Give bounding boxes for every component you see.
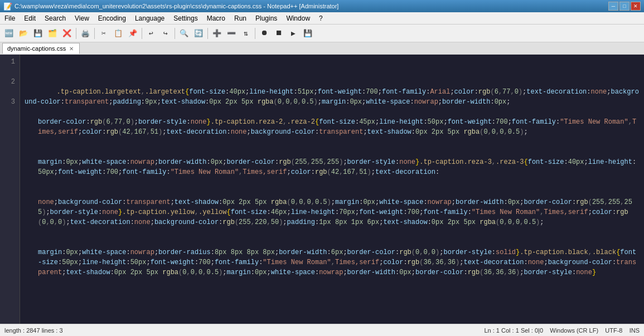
tab-close-button[interactable]: ✕ [68,46,75,52]
menu-plugins[interactable]: Plugins [251,12,282,24]
zoom-out-button[interactable]: ➖ [225,27,238,40]
print-button[interactable]: 🖨️ [79,27,92,40]
sep3 [142,28,142,39]
menu-search[interactable]: Search [40,12,70,24]
find-button[interactable]: 🔍 [177,27,191,40]
sep5 [207,28,208,39]
app-icon: 📝 [3,2,12,11]
menu-view[interactable]: View [70,12,94,24]
sync-scroll-button[interactable]: ⇅ [239,27,253,40]
title-bar: 📝 C:\wamp\www\reza\media\com_uniterevolu… [0,0,644,12]
close-button[interactable]: ✕ [631,2,641,11]
macro-play-button[interactable]: ▶ [287,27,300,40]
menu-encoding[interactable]: Encoding [94,12,130,24]
cut-button[interactable]: ✂️ [97,27,110,40]
replace-button[interactable]: 🔄 [192,27,205,40]
undo-button[interactable]: ↩ [144,27,158,40]
save-all-button[interactable]: 🗂️ [46,27,59,40]
maximize-button[interactable]: □ [619,2,630,11]
menu-language[interactable]: Language [130,12,169,24]
paste-button[interactable]: 📌 [126,27,139,40]
tab-bar: dynamic-captions.css ✕ [0,42,644,55]
tab-label: dynamic-captions.css [7,45,66,52]
open-button[interactable]: 📂 [17,27,30,40]
zoom-in-button[interactable]: ➕ [210,27,224,40]
menu-help[interactable]: ? [314,12,327,24]
menu-bar: File Edit Search View Encoding Language … [0,12,644,25]
close-button2[interactable]: ❌ [60,27,74,40]
menu-edit[interactable]: Edit [20,12,40,24]
sep1 [76,28,76,39]
menu-macro[interactable]: Macro [202,12,230,24]
sep4 [175,28,175,39]
title-text: C:\wamp\www\reza\media\com_uniterevoluti… [14,3,338,9]
save-button[interactable]: 💾 [31,27,45,40]
title-bar-controls: ─ □ ✕ [608,2,641,11]
redo-button[interactable]: ↪ [159,27,172,40]
menu-settings[interactable]: Settings [169,12,202,24]
menu-run[interactable]: Run [230,12,251,24]
menu-window[interactable]: Window [282,12,314,24]
menu-file[interactable]: File [0,12,20,24]
code-content[interactable]: .tp-caption.largetext,.largetext{font-si… [20,55,644,324]
copy-button[interactable]: 📋 [112,27,125,40]
new-button[interactable]: 🆕 [2,27,16,40]
sep6 [255,28,255,39]
status-position: Ln : 1 Col : 1 Sel : 0|0 Windows (CR LF)… [484,327,640,334]
line-numbers: 1 2 3 [0,55,20,324]
sep2 [94,28,95,39]
title-bar-left: 📝 C:\wamp\www\reza\media\com_uniterevolu… [3,2,338,11]
minimize-button[interactable]: ─ [608,2,618,11]
status-bar: length : 2847 lines : 3 Ln : 1 Col : 1 S… [0,324,644,336]
macro-save-button[interactable]: 💾 [301,27,314,40]
status-length: length : 2847 lines : 3 [4,327,63,334]
tab-dynamic-captions[interactable]: dynamic-captions.css ✕ [2,43,80,54]
macro-stop-button[interactable]: ⏹ [272,27,285,40]
toolbar: 🆕 📂 💾 🗂️ ❌ 🖨️ ✂️ 📋 📌 ↩ ↪ 🔍 🔄 ➕ ➖ ⇅ ⏺ ⏹ ▶… [0,25,644,42]
code-area[interactable]: 1 2 3 .tp-caption.largetext,.largetext{f… [0,55,644,324]
macro-record-button[interactable]: ⏺ [258,27,271,40]
